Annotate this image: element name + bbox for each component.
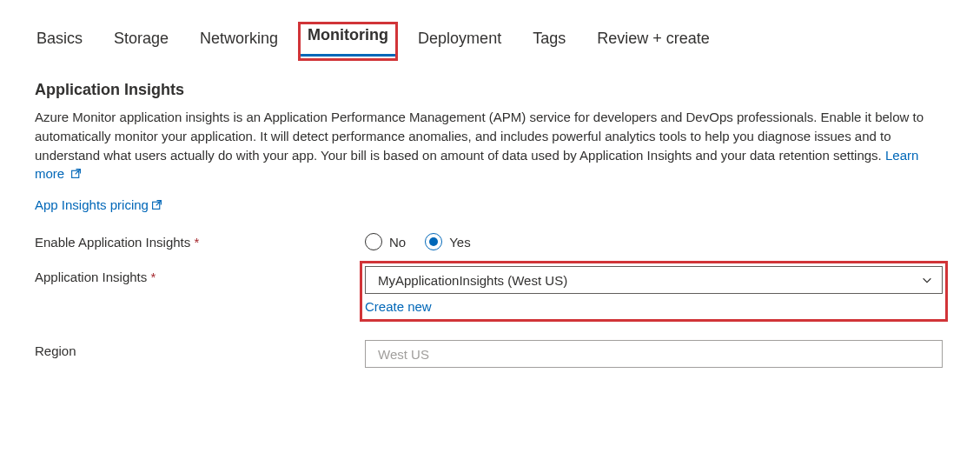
tab-tags-wrap: Tags (531, 26, 567, 57)
required-marker: * (194, 235, 199, 250)
tab-underline (301, 54, 395, 57)
tab-storage[interactable]: Storage (114, 30, 169, 47)
tab-storage-wrap: Storage (112, 26, 170, 57)
external-link-icon (151, 199, 162, 210)
radio-yes-circle (425, 233, 442, 250)
ai-control: MyApplicationInsights (West US) Create n… (365, 266, 943, 319)
radio-no-circle (365, 233, 382, 250)
external-link-icon (70, 168, 82, 179)
chevron-down-icon (921, 274, 933, 286)
tab-networking-wrap: Networking (198, 26, 280, 57)
tab-basics[interactable]: Basics (36, 30, 83, 47)
row-app-insights: Application Insights * MyApplicationInsi… (35, 266, 945, 319)
tab-review-create-wrap: Review + create (595, 26, 712, 57)
radio-yes-label: Yes (449, 235, 470, 250)
section-title: Application Insights (35, 81, 945, 99)
tab-review-create[interactable]: Review + create (597, 30, 710, 47)
tab-basics-wrap: Basics (35, 26, 84, 57)
required-marker: * (150, 270, 156, 284)
radio-yes[interactable]: Yes (425, 233, 470, 250)
region-control: West US (365, 340, 943, 368)
app-insights-pricing-link[interactable]: App Insights pricing (35, 197, 162, 212)
tab-bar: Basics Storage Networking Monitoring Dep… (35, 26, 945, 57)
ai-label: Application Insights * (35, 266, 365, 284)
app-insights-value: MyApplicationInsights (West US) (378, 273, 567, 288)
app-insights-dropdown[interactable]: MyApplicationInsights (West US) (365, 266, 943, 294)
enable-label-text: Enable Application Insights (35, 235, 190, 250)
row-enable-app-insights: Enable Application Insights * No Yes (35, 231, 945, 250)
create-new-link[interactable]: Create new (365, 299, 432, 314)
enable-radio-group: No Yes (365, 231, 943, 250)
radio-no-label: No (389, 235, 406, 250)
tab-tags[interactable]: Tags (533, 30, 566, 47)
pricing-link-label: App Insights pricing (35, 197, 149, 212)
tab-networking[interactable]: Networking (200, 30, 278, 47)
tab-monitoring-wrap: Monitoring (298, 22, 398, 61)
tab-deployment[interactable]: Deployment (418, 30, 501, 47)
enable-control: No Yes (365, 231, 943, 250)
row-region: Region West US (35, 340, 945, 368)
ai-highlight: MyApplicationInsights (West US) Create n… (360, 261, 948, 322)
enable-label: Enable Application Insights * (35, 231, 365, 250)
radio-yes-dot (429, 237, 438, 246)
description-text: Azure Monitor application insights is an… (35, 108, 938, 183)
tab-monitoring[interactable]: Monitoring (308, 26, 388, 43)
region-label: Region (35, 340, 365, 358)
description-body: Azure Monitor application insights is an… (35, 110, 924, 163)
ai-label-text: Application Insights (35, 270, 147, 284)
radio-no[interactable]: No (365, 233, 406, 250)
region-value: West US (378, 347, 429, 362)
tab-deployment-wrap: Deployment (416, 26, 503, 57)
region-field: West US (365, 340, 943, 368)
